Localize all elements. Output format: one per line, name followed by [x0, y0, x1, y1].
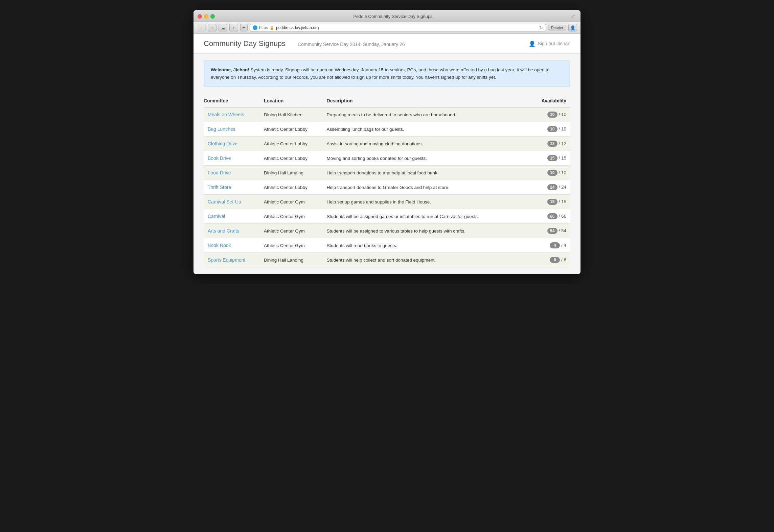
- availability-total: / 6: [561, 257, 566, 262]
- availability-cell: 15 / 15: [532, 195, 570, 209]
- availability-total: / 10: [559, 126, 566, 131]
- availability-total: / 10: [559, 112, 566, 117]
- location-cell: Dining Hall Landing: [264, 253, 327, 267]
- site-header: Community Day Signups Community Service …: [194, 34, 580, 54]
- table-header: Committee Location Description Availabil…: [204, 95, 570, 107]
- title-bar: Peddie Community Service Day Signups ⤢: [194, 10, 580, 22]
- committee-link[interactable]: Meals on Wheels: [208, 112, 244, 117]
- table-row: Thrift Store Athletic Center Lobby Help …: [204, 180, 570, 195]
- table-row: Sports Equipment Dining Hall Landing Stu…: [204, 253, 570, 267]
- committee-link[interactable]: Arts and Crafts: [208, 228, 239, 234]
- description-cell: Help set up games and supplies in the Fi…: [327, 195, 532, 209]
- committee-link[interactable]: Bag Lunches: [208, 126, 235, 132]
- address-bar[interactable]: 🌐 https 🔒 peddie-csday.jiehan.org ↻: [250, 24, 546, 31]
- traffic-lights: [198, 14, 215, 19]
- browser-window: Peddie Community Service Day Signups ⤢ ‹…: [194, 10, 580, 274]
- reload-button[interactable]: ↻: [539, 25, 543, 30]
- alert-welcome: Welcome, Jiehan!: [211, 67, 249, 72]
- description-cell: Help transport donations to and help at …: [327, 166, 532, 180]
- committee-cell: Sports Equipment: [204, 253, 264, 267]
- committee-link[interactable]: Carnival Set-Up: [208, 199, 241, 204]
- page-content: Community Day Signups Community Service …: [194, 34, 580, 274]
- committee-cell: Arts and Crafts: [204, 224, 264, 238]
- committee-cell: Carnival: [204, 209, 264, 224]
- committee-link[interactable]: Clothing Drive: [208, 141, 237, 146]
- reader-button[interactable]: Reader: [548, 25, 566, 30]
- table-row: Food Drive Dining Hall Landing Help tran…: [204, 166, 570, 180]
- description-cell: Students will be assigned games or infla…: [327, 209, 532, 224]
- close-button[interactable]: [198, 14, 202, 19]
- committee-link[interactable]: Food Drive: [208, 170, 231, 175]
- main-content: Welcome, Jiehan! System is ready. Signup…: [194, 54, 580, 274]
- location-cell: Dining Hall Kitchen: [264, 107, 327, 122]
- committee-link[interactable]: Book Drive: [208, 155, 231, 161]
- description-cell: Assist in sorting and moving clothing do…: [327, 137, 532, 151]
- availability-total: / 54: [559, 228, 566, 233]
- table-row: Meals on Wheels Dining Hall Kitchen Prep…: [204, 107, 570, 122]
- availability-cell: 4 / 4: [532, 238, 570, 253]
- availability-badge: 15: [547, 199, 557, 205]
- availability-total: / 15: [559, 199, 566, 204]
- committee-cell: Clothing Drive: [204, 137, 264, 151]
- location-cell: Athletic Center Gym: [264, 224, 327, 238]
- location-cell: Athletic Center Lobby: [264, 137, 327, 151]
- availability-total: / 12: [559, 141, 566, 146]
- availability-total: / 15: [559, 155, 566, 161]
- table-row: Book Drive Athletic Center Lobby Moving …: [204, 151, 570, 166]
- location-cell: Athletic Center Lobby: [264, 122, 327, 137]
- location-cell: Athletic Center Gym: [264, 209, 327, 224]
- location-cell: Athletic Center Gym: [264, 238, 327, 253]
- availability-cell: 6 / 6: [532, 253, 570, 267]
- table-row: Bag Lunches Athletic Center Lobby Assemb…: [204, 122, 570, 137]
- share-button[interactable]: ↑: [229, 24, 238, 31]
- minimize-button[interactable]: [204, 14, 208, 19]
- availability-badge: 12: [547, 141, 557, 147]
- back-button[interactable]: ‹: [197, 24, 206, 31]
- availability-cell: 10 / 10: [532, 122, 570, 137]
- availability-badge: 6: [550, 257, 560, 263]
- availability-cell: 15 / 15: [532, 151, 570, 166]
- availability-badge: 10: [547, 170, 557, 176]
- committee-cell: Meals on Wheels: [204, 107, 264, 122]
- table-row: Carnival Athletic Center Gym Students wi…: [204, 209, 570, 224]
- committee-cell: Book Nook: [204, 238, 264, 253]
- committees-table: Committee Location Description Availabil…: [204, 95, 570, 267]
- nav-bar: ‹ › ☁ ↑ + 🌐 https 🔒 peddie-csday.jiehan.…: [194, 22, 580, 34]
- table-row: Clothing Drive Athletic Center Lobby Ass…: [204, 137, 570, 151]
- availability-badge: 4: [550, 242, 560, 248]
- site-subtitle: Community Service Day 2014: Sunday, Janu…: [298, 42, 405, 47]
- availability-badge: 66: [547, 213, 557, 219]
- committee-cell: Food Drive: [204, 166, 264, 180]
- committee-cell: Thrift Store: [204, 180, 264, 195]
- alert-message: System is ready. Signups will be open on…: [211, 67, 549, 80]
- maximize-button[interactable]: [210, 14, 215, 19]
- availability-badge: 10: [547, 112, 557, 118]
- availability-header: Availability: [532, 95, 570, 107]
- availability-total: / 66: [559, 214, 566, 219]
- profile-button[interactable]: 👤: [568, 24, 577, 31]
- browser-icon: 🌐: [253, 25, 257, 30]
- committee-header: Committee: [204, 95, 264, 107]
- committee-link[interactable]: Sports Equipment: [208, 257, 245, 263]
- committee-link[interactable]: Book Nook: [208, 243, 231, 248]
- committee-link[interactable]: Thrift Store: [208, 185, 231, 190]
- cloud-button[interactable]: ☁: [219, 24, 227, 31]
- committee-link[interactable]: Carnival: [208, 214, 225, 219]
- availability-badge: 54: [547, 228, 557, 234]
- table-row: Arts and Crafts Athletic Center Gym Stud…: [204, 224, 570, 238]
- table-row: Carnival Set-Up Athletic Center Gym Help…: [204, 195, 570, 209]
- sign-out-link[interactable]: Sign out Jiehan: [538, 41, 570, 46]
- window-title: Peddie Community Service Day Signups: [218, 14, 568, 19]
- forward-button[interactable]: ›: [208, 24, 217, 31]
- availability-cell: 66 / 66: [532, 209, 570, 224]
- https-label: https: [259, 25, 268, 30]
- new-tab-button[interactable]: +: [240, 24, 248, 31]
- location-header: Location: [264, 95, 327, 107]
- location-cell: Dining Hall Landing: [264, 166, 327, 180]
- description-cell: Students will read books to guests.: [327, 238, 532, 253]
- description-header: Description: [327, 95, 532, 107]
- availability-cell: 24 / 24: [532, 180, 570, 195]
- url-text: peddie-csday.jiehan.org: [276, 25, 538, 30]
- table-row: Book Nook Athletic Center Gym Students w…: [204, 238, 570, 253]
- location-cell: Athletic Center Lobby: [264, 180, 327, 195]
